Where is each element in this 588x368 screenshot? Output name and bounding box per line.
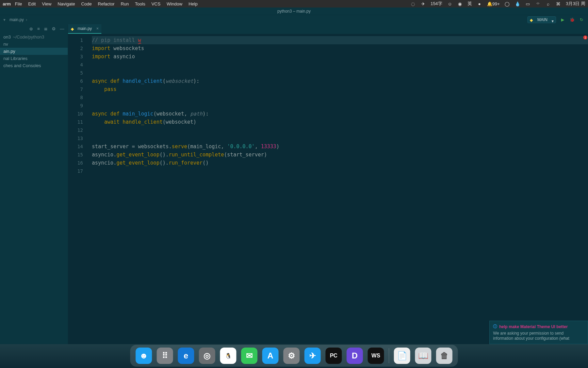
run-config-select[interactable]: ◆ MAIN ▾ [527, 16, 556, 23]
tree-item[interactable]: nv [0, 41, 68, 48]
dock-app-textedit[interactable]: 📄 [394, 348, 410, 364]
project-tree[interactable]: on3~/Code/python3 nv ain.py nal Librarie… [0, 33, 68, 70]
breadcrumb-file[interactable]: main.py [10, 17, 24, 22]
gutter[interactable]: 1234567891011121314151617 [68, 34, 88, 348]
project-panel: ⊕ ≡ ≣ ⚙ — on3~/Code/python3 nv ain.py na… [0, 25, 68, 348]
dock-app-trash[interactable]: 🗑 [436, 348, 453, 364]
dock-separator [389, 348, 389, 363]
menu-refactor[interactable]: Refactor [98, 1, 115, 6]
wifi-icon[interactable]: ⌔ [535, 1, 541, 6]
menu-help[interactable]: Help [189, 1, 198, 6]
send-icon[interactable]: ✈ [420, 1, 426, 6]
siri-icon[interactable]: ◉ [457, 1, 463, 6]
run-button[interactable]: ▶ [559, 17, 566, 23]
dock-app-safari[interactable]: ◎ [199, 348, 215, 364]
dock-app-messages[interactable]: ✉ [241, 348, 258, 364]
breadcrumb[interactable]: ▾ main.py › [3, 17, 27, 22]
control-center-icon[interactable]: ⌘ [556, 1, 561, 6]
notification[interactable]: ⓘ help make Material Theme UI better We … [489, 321, 588, 344]
search-icon[interactable]: ⌕ [545, 1, 551, 6]
menubar-items: File Edit View Navigate Code Refactor Ru… [15, 1, 198, 6]
drop-icon[interactable]: 💧 [515, 1, 520, 6]
menu-code[interactable]: Code [81, 1, 92, 6]
error-badge[interactable]: 1 [583, 35, 587, 40]
run-config-area: ◆ MAIN ▾ ▶ 🐞 ↻ [527, 16, 585, 23]
dock-app-appstore[interactable]: A [262, 348, 279, 364]
python-icon: ◆ [530, 18, 533, 22]
dock-app-book[interactable]: 📖 [415, 348, 431, 364]
tree-root[interactable]: on3~/Code/python3 [0, 33, 68, 41]
panda-icon[interactable]: ● [477, 1, 482, 6]
settings-icon[interactable]: ⚙ [52, 26, 56, 31]
collapse-icon[interactable]: ≣ [44, 26, 48, 31]
menu-file[interactable]: File [15, 1, 22, 6]
breadcrumb-chevron-icon: ▾ [3, 17, 5, 22]
notifications[interactable]: 🔔99+ [487, 1, 500, 6]
menu-run[interactable]: Run [121, 1, 129, 6]
debug-button[interactable]: 🐞 [569, 17, 575, 23]
notification-body: We are asking your permission to send in… [493, 331, 584, 341]
dock-app-edge[interactable]: e [178, 348, 194, 364]
menu-vcs[interactable]: VCS [151, 1, 161, 6]
dock-app-app1[interactable]: ✈ [305, 348, 321, 364]
dock-app-app2[interactable]: D [347, 348, 363, 364]
input-method[interactable]: 英 [468, 1, 472, 7]
dock-app-finder[interactable]: ☻ [136, 348, 152, 364]
toolbar: ▾ main.py › ◆ MAIN ▾ ▶ 🐞 ↻ [0, 15, 588, 25]
macos-menubar: arm File Edit View Navigate Code Refacto… [0, 0, 588, 7]
close-icon[interactable]: × [96, 26, 99, 31]
locate-icon[interactable]: ⊕ [29, 26, 33, 31]
dock-app-settings[interactable]: ⚙ [283, 348, 300, 364]
app-menu[interactable]: arm [3, 1, 11, 6]
more-run-icon[interactable]: ↻ [578, 17, 585, 23]
tree-item[interactable]: nal Libraries [0, 55, 68, 62]
char-count[interactable]: 154字 [430, 1, 442, 7]
dock-app-launchpad[interactable]: ⠿ [157, 348, 173, 364]
window-title: python3 – main.py [0, 7, 588, 15]
dock: ☻⠿e◎🐧✉A⚙✈PCDWS📄📖🗑 [130, 345, 458, 367]
info-icon: ⓘ [493, 324, 497, 329]
editor: ◆ main.py × 1234567891011121314151617 //… [68, 25, 588, 348]
chevron-down-icon: ▾ [552, 19, 554, 24]
notification-title: help make Material Theme UI better [499, 324, 568, 329]
tab-main-py[interactable]: ◆ main.py × [68, 24, 101, 34]
menu-navigate[interactable]: Navigate [58, 1, 75, 6]
globe-icon[interactable]: ◯ [505, 1, 510, 6]
menu-view[interactable]: View [42, 1, 51, 6]
menu-tools[interactable]: Tools [135, 1, 145, 6]
chevron-right-icon: › [26, 17, 27, 22]
tray-icon[interactable]: ◌ [410, 1, 415, 6]
menubar-date[interactable]: 3月3日 周 [566, 1, 585, 7]
dock-app-qq[interactable]: 🐧 [220, 348, 236, 364]
dock-app-pycharm[interactable]: PC [326, 348, 342, 364]
menu-edit[interactable]: Edit [28, 1, 36, 6]
expand-icon[interactable]: ≡ [37, 26, 40, 31]
menu-window[interactable]: Window [167, 1, 182, 6]
tree-item[interactable]: ches and Consoles [0, 62, 68, 69]
python-file-icon: ◆ [71, 27, 74, 31]
editor-tabs: ◆ main.py × [68, 25, 588, 34]
smiley-icon[interactable]: ☺ [447, 1, 453, 6]
card-icon[interactable]: ▭ [525, 1, 530, 6]
code-editor[interactable]: // pip install wimport websocketsimport … [88, 34, 588, 348]
hide-panel-icon[interactable]: — [60, 26, 64, 31]
dock-app-webstorm[interactable]: WS [368, 348, 384, 364]
error-stripe[interactable]: 1 [583, 34, 588, 348]
tree-item-selected[interactable]: ain.py [0, 48, 68, 55]
